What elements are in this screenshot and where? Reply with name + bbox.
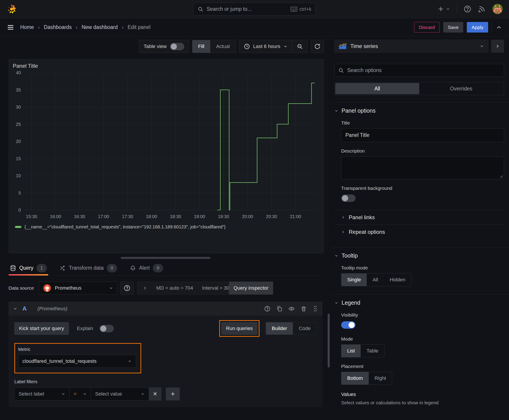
query-count-badge: 1 [37,264,47,272]
zoom-out-button[interactable] [292,40,307,53]
fill-actual-segment: Fill Actual [192,40,236,53]
repeat-options-row[interactable]: Repeat options [334,225,504,239]
metric-value: cloudflared_tunnel_total_requests [23,358,124,364]
tooltip-section: Tooltip Tooltip mode Single All Hidden [331,247,509,287]
tooltip-single-option[interactable]: Single [341,273,367,286]
chevron-up-icon[interactable] [495,24,502,31]
tab-alert[interactable]: Alert 0 [128,261,165,275]
collapse-pane-button[interactable] [491,40,504,53]
tab-query-label: Query [19,265,33,271]
metric-select[interactable]: cloudflared_tunnel_total_requests [18,355,136,368]
mode-label: Mode [341,336,504,342]
legend-list-option[interactable]: List [341,345,361,357]
operator-dropdown[interactable]: = [69,388,91,400]
run-queries-button[interactable]: Run queries [221,322,258,335]
stats-max-datapoints: MD = auto = 704 [156,285,193,291]
breadcrumb-edit-panel: Edit panel [128,24,151,30]
help-icon[interactable] [264,306,270,312]
user-avatar[interactable] [492,4,503,14]
svg-text:5: 5 [18,190,21,195]
datasource-help-button[interactable] [121,282,134,295]
duplicate-icon[interactable] [276,306,282,312]
explain-toggle[interactable] [99,325,114,332]
description-textarea[interactable] [341,156,504,179]
global-search-input[interactable]: Search or jump to... ctrl+k [193,3,316,15]
code-option[interactable]: Code [293,322,316,335]
chevron-down-icon [446,7,450,11]
query-inspector-button[interactable]: Query inspector [229,282,273,295]
legend-series-label: {__name__="cloudflared_tunnel_total_requ… [24,224,226,230]
apply-button[interactable]: Apply [467,22,488,32]
remove-filter-button[interactable]: ✕ [149,388,161,400]
trash-icon[interactable] [301,306,307,312]
select-value-dropdown[interactable]: Select value [91,388,149,400]
time-range-picker[interactable]: Last 6 hours [239,40,292,53]
search-icon [338,68,344,73]
discard-button[interactable]: Discard [414,22,440,32]
tooltip-mode-segment: Single All Hidden [341,273,411,286]
tab-transform[interactable]: Transform data 0 [58,261,119,275]
tooltip-hidden-option[interactable]: Hidden [384,273,411,286]
chevron-down-icon [128,359,132,363]
legend-visibility-toggle[interactable] [341,321,356,329]
save-button[interactable]: Save [443,22,463,32]
visualization-picker[interactable]: Time series [334,40,488,53]
edit-panel-main: Table view Fill Actual Last 6 hours [0,37,331,420]
legend-header[interactable]: Legend [334,300,504,306]
options-search-input[interactable]: Search options [334,64,504,77]
query-card: A (Prometheus) [8,301,322,407]
label-filters-label: Label filters [14,379,317,384]
panel-title-input[interactable] [341,128,504,142]
options-tab-group: All Overrides [334,82,504,95]
breadcrumb-new-dashboard[interactable]: New dashboard [82,24,118,30]
svg-text:40: 40 [16,70,21,75]
panel-options-section: Panel options Title Description Transpar… [331,102,509,240]
help-icon[interactable] [464,5,471,13]
add-filter-button[interactable]: + [166,388,180,400]
chevron-down-icon[interactable] [13,307,17,311]
datasource-picker[interactable]: Prometheus [39,282,117,295]
chart-legend[interactable]: {__name__="cloudflared_tunnel_total_requ… [15,224,324,230]
query-header[interactable]: A (Prometheus) [8,301,322,316]
visibility-label: Visibility [341,312,504,318]
tooltip-header[interactable]: Tooltip [334,252,504,259]
breadcrumb-dashboards[interactable]: Dashboards [44,24,72,30]
actual-option[interactable]: Actual [210,40,236,53]
database-icon [10,265,16,271]
panel-options-title: Panel options [342,107,376,114]
chevron-down-icon [334,109,338,113]
metric-annotation: Metric cloudflared_tunnel_total_requests [14,343,141,373]
tab-query[interactable]: Query 1 [8,261,48,275]
eye-icon[interactable] [289,306,295,312]
panel-links-row[interactable]: Panel links [334,210,504,225]
placement-bottom-option[interactable]: Bottom [341,372,369,384]
refresh-button[interactable] [311,40,324,53]
pane-resize-handle[interactable] [121,257,211,259]
time-series-chart[interactable]: 051015202530354015:3016:0016:3017:0017:3… [9,69,323,224]
transparent-background-toggle[interactable] [341,195,356,202]
svg-text:18:00: 18:00 [146,214,157,219]
kick-start-button[interactable]: Kick start your query [14,322,69,335]
vertical-scrollbar[interactable] [328,314,330,368]
tooltip-all-option[interactable]: All [367,273,384,286]
news-rss-icon[interactable] [478,5,486,13]
legend-table-option[interactable]: Table [361,345,384,357]
menu-icon[interactable] [7,23,14,31]
values-label: Values [341,391,504,397]
drag-grip-icon[interactable] [313,306,318,312]
panel-options-header[interactable]: Panel options [334,107,504,114]
svg-text:19:00: 19:00 [194,214,205,219]
new-menu-button[interactable] [437,6,450,12]
builder-option[interactable]: Builder [266,322,293,335]
tab-overrides[interactable]: Overrides [419,83,503,94]
tab-all[interactable]: All [335,83,419,94]
query-ref-id[interactable]: A [23,305,27,312]
chevron-right-icon[interactable] [143,286,147,290]
placement-right-option[interactable]: Right [369,372,392,384]
breadcrumb-home[interactable]: Home [20,24,34,30]
grafana-logo-icon[interactable] [6,4,17,14]
table-view-toggle[interactable] [170,43,184,50]
select-label-dropdown[interactable]: Select label [14,388,69,400]
svg-text:15: 15 [16,156,21,161]
fill-option[interactable]: Fill [192,40,210,53]
